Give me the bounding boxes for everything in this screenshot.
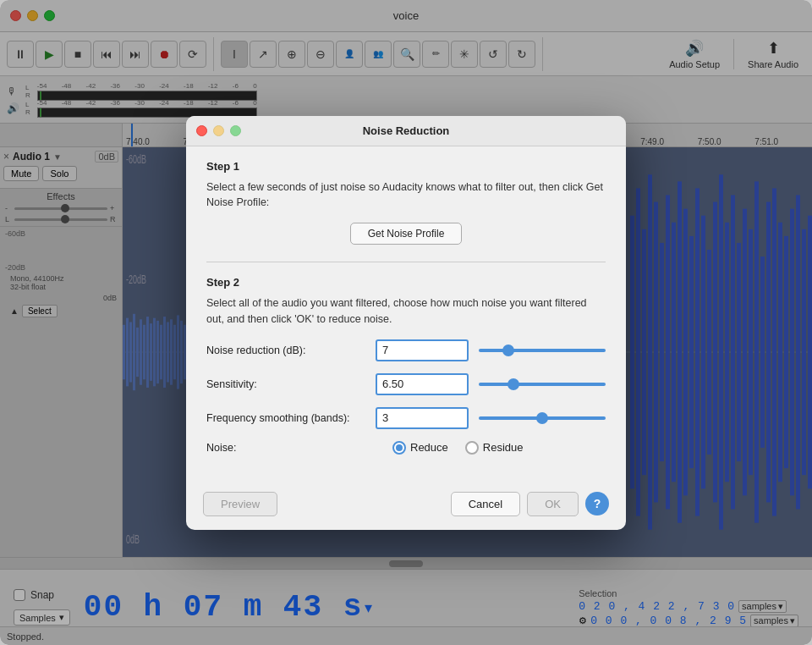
main-window: voice ⏸ ▶ ■ ⏮ ⏭ ⏺ ⟳ I ↗ ⊕ ⊖ 👤 👥 🔍 ✏ ✳ ↺ … xyxy=(0,0,812,645)
modal-overlay: Noise Reduction Step 1 Select a few seco… xyxy=(0,0,812,645)
preview-button[interactable]: Preview xyxy=(203,492,277,516)
ok-button[interactable]: OK xyxy=(527,492,579,516)
dialog-traffic-lights xyxy=(196,125,241,136)
dialog-title: Noise Reduction xyxy=(363,124,450,137)
dialog-body: Step 1 Select a few seconds of just nois… xyxy=(186,146,626,485)
reduce-option[interactable]: Reduce xyxy=(392,441,448,455)
noise-radio-group: Reduce Residue xyxy=(392,441,524,455)
sensitivity-row: Sensitivity: xyxy=(206,373,606,395)
noise-reduction-thumb[interactable] xyxy=(502,345,514,356)
noise-type-row: Noise: Reduce Residue xyxy=(206,441,606,455)
dialog-title-bar: Noise Reduction xyxy=(186,116,626,146)
sensitivity-label: Sensitivity: xyxy=(206,378,376,390)
reduce-label: Reduce xyxy=(410,441,448,454)
sensitivity-slider[interactable] xyxy=(479,383,606,386)
cancel-button[interactable]: Cancel xyxy=(451,492,520,516)
dialog-footer: Preview Cancel OK ? xyxy=(186,485,626,530)
step1-description: Select a few seconds of just noise so Au… xyxy=(206,179,606,212)
reduce-radio-fill xyxy=(396,444,403,451)
freq-smoothing-slider[interactable] xyxy=(479,416,606,420)
sensitivity-input[interactable] xyxy=(376,373,469,395)
dialog-minimize-button[interactable] xyxy=(213,125,224,136)
residue-radio[interactable] xyxy=(465,441,479,455)
noise-reduction-slider[interactable] xyxy=(479,349,606,352)
step-divider xyxy=(206,262,606,262)
freq-smoothing-thumb[interactable] xyxy=(536,412,548,424)
residue-option[interactable]: Residue xyxy=(465,441,524,455)
noise-reduction-input[interactable] xyxy=(376,339,469,361)
step2-description: Select all of the audio you want filtere… xyxy=(206,295,606,328)
freq-smoothing-label: Frequency smoothing (bands): xyxy=(206,412,376,424)
sensitivity-thumb[interactable] xyxy=(508,378,519,390)
dialog-fullscreen-button[interactable] xyxy=(230,125,241,136)
noise-type-label: Noise: xyxy=(206,442,376,454)
step2-label: Step 2 xyxy=(206,276,606,289)
noise-reduction-label: Noise reduction (dB): xyxy=(206,345,376,356)
noise-reduction-dialog: Noise Reduction Step 1 Select a few seco… xyxy=(186,116,626,530)
reduce-radio[interactable] xyxy=(392,441,406,455)
freq-smoothing-input[interactable] xyxy=(376,407,469,429)
residue-label: Residue xyxy=(483,441,524,454)
get-noise-profile-button[interactable]: Get Noise Profile xyxy=(350,223,463,245)
step1-label: Step 1 xyxy=(206,160,606,173)
dialog-close-button[interactable] xyxy=(196,125,207,136)
noise-reduction-row: Noise reduction (dB): xyxy=(206,339,606,361)
freq-smoothing-row: Frequency smoothing (bands): xyxy=(206,407,606,429)
help-button[interactable]: ? xyxy=(585,492,609,515)
